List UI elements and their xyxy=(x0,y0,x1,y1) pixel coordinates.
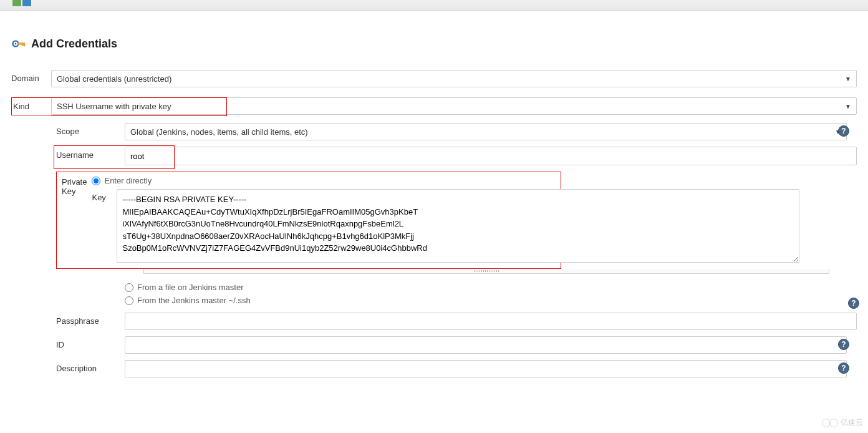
pk-radio-from-file-input[interactable] xyxy=(125,283,133,292)
username-input[interactable] xyxy=(125,147,857,165)
page-title: Add Credentials xyxy=(31,37,117,51)
svg-rect-4 xyxy=(24,44,25,46)
domain-label: Domain xyxy=(11,70,51,83)
passphrase-label: Passphrase xyxy=(56,313,125,326)
help-icon[interactable]: ? xyxy=(838,362,849,374)
scope-value: Global (Jenkins, nodes, items, all child… xyxy=(130,127,308,137)
pk-lower-radios: From a file on Jenkins master From the J… xyxy=(125,283,857,305)
toolbar-icon-1 xyxy=(12,0,21,6)
private-key-textarea[interactable] xyxy=(117,189,799,263)
private-key-label: Private Key xyxy=(62,175,87,265)
pk-radio-from-ssh-input[interactable] xyxy=(125,296,133,305)
pk-key-row: Key xyxy=(92,189,799,265)
scope-row: Scope Global (Jenkins, nodes, items, all… xyxy=(56,123,847,140)
chevron-down-icon: ▼ xyxy=(845,75,851,82)
pk-key-label: Key xyxy=(92,189,110,265)
help-icon[interactable]: ? xyxy=(848,298,859,309)
id-label: ID xyxy=(56,336,125,349)
credentials-key-icon xyxy=(11,36,26,51)
id-row: ID ? xyxy=(56,336,847,354)
username-label: Username xyxy=(56,147,125,165)
help-icon[interactable]: ? xyxy=(838,339,849,350)
domain-select[interactable]: Global credentials (unrestricted) ▼ xyxy=(51,70,857,87)
passphrase-input[interactable] xyxy=(125,313,857,330)
toolbar xyxy=(0,0,868,11)
pk-radio-enter-directly-label: Enter directly xyxy=(104,176,152,185)
svg-rect-3 xyxy=(22,44,23,46)
kind-label: Kind xyxy=(11,97,51,115)
toolbar-icon-2 xyxy=(22,0,31,6)
pk-radio-from-ssh[interactable]: From the Jenkins master ~/.ssh xyxy=(125,296,844,305)
kind-select[interactable]: SSH Username with private key ▼ xyxy=(51,97,857,115)
scope-select[interactable]: Global (Jenkins, nodes, items, all child… xyxy=(125,123,847,140)
scope-label: Scope xyxy=(56,123,125,136)
description-input[interactable] xyxy=(125,360,847,377)
pk-radio-enter-directly[interactable]: Enter directly xyxy=(92,176,799,185)
domain-value: Global credentials (unrestricted) xyxy=(57,74,171,84)
kind-value: SSH Username with private key xyxy=(57,102,171,111)
pk-radio-from-file-label: From a file on Jenkins master xyxy=(137,283,244,292)
pk-radio-from-file[interactable]: From a file on Jenkins master xyxy=(125,283,844,292)
description-label: Description xyxy=(56,360,125,373)
id-input[interactable] xyxy=(125,336,847,354)
textarea-resize-handle[interactable] xyxy=(143,269,829,274)
pk-radio-enter-directly-input[interactable] xyxy=(92,177,100,185)
domain-row: Domain Global credentials (unrestricted)… xyxy=(11,70,857,87)
pk-radio-from-ssh-label: From the Jenkins master ~/.ssh xyxy=(137,296,251,305)
description-row: Description ? xyxy=(56,360,847,377)
chevron-down-icon: ▼ xyxy=(845,103,851,110)
page-title-row: Add Credentials xyxy=(11,36,857,51)
help-icon[interactable]: ? xyxy=(838,125,849,137)
private-key-section: Private Key Enter directly Key xyxy=(56,172,561,269)
username-row: Username xyxy=(56,147,857,165)
kind-row: Kind SSH Username with private key ▼ xyxy=(11,97,857,115)
kind-details: Scope Global (Jenkins, nodes, items, all… xyxy=(56,123,857,377)
passphrase-row: Passphrase xyxy=(56,313,857,330)
svg-point-1 xyxy=(15,43,17,45)
main-content: Add Credentials Domain Global credential… xyxy=(0,11,868,396)
